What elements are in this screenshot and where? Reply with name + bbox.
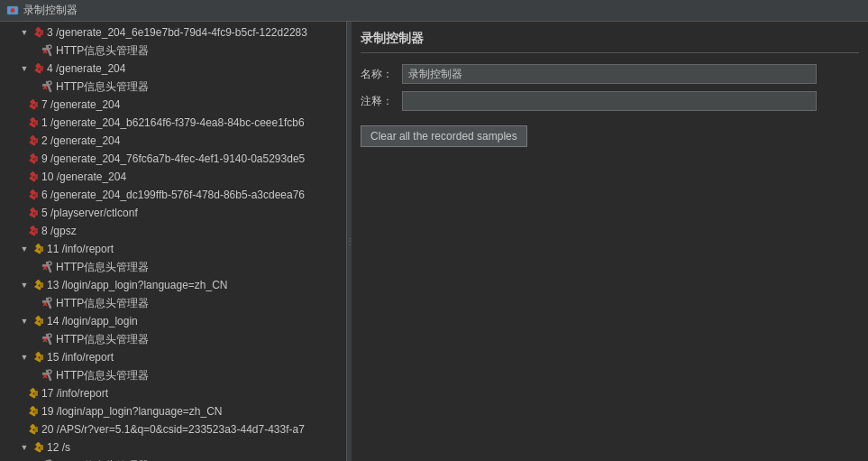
tree-item[interactable]: 20 /APS/r?ver=5.1&q=0&csid=233523a3-44d7… — [0, 420, 346, 438]
tree-item-label: 20 /APS/r?ver=5.1&q=0&csid=233523a3-44d7… — [41, 423, 305, 436]
tree-item[interactable]: 6 /generate_204_dc199ffb-576f-478d-86b5-… — [0, 186, 346, 204]
tree-item[interactable]: ▼ 15 /info/report — [0, 348, 346, 366]
wrench-cross-icon — [41, 333, 54, 346]
tree-item[interactable]: ▼ 14 /login/app_login — [0, 312, 346, 330]
tree-item-label: HTTP信息头管理器 — [56, 296, 149, 311]
expand-arrow-icon[interactable]: ▼ — [18, 315, 31, 327]
wrench-cross-icon — [41, 297, 54, 309]
wrench-icon — [27, 134, 40, 147]
tree-item[interactable]: ▼ 4 /generate_204 — [0, 60, 346, 78]
svg-rect-14 — [34, 102, 38, 107]
tree-item[interactable]: HTTP信息头管理器 — [0, 330, 346, 348]
clear-samples-button[interactable]: Clear all the recorded samples — [361, 125, 527, 147]
tree-item-label: 2 /generate_204 — [41, 134, 120, 147]
svg-rect-40 — [40, 355, 43, 360]
tree-container: ▼ 3 /generate_204_6e19e7bd-79d4-4fc9-b5c… — [0, 23, 346, 461]
tree-item-label: HTTP信息头管理器 — [56, 368, 149, 383]
svg-rect-15 — [34, 120, 38, 125]
svg-rect-8 — [40, 66, 43, 71]
left-panel[interactable]: ▼ 3 /generate_204_6e19e7bd-79d4-4fc9-b5c… — [0, 22, 347, 461]
comment-input[interactable] — [402, 91, 817, 111]
topbar-title: 录制控制器 — [23, 3, 78, 18]
tree-item-label: 8 /gpsz — [41, 225, 77, 237]
tree-item-label: HTTP信息头管理器 — [56, 260, 149, 275]
svg-rect-16 — [34, 138, 38, 143]
tree-item-label: 6 /generate_204_dc199ffb-576f-478d-86b5-… — [41, 189, 305, 201]
wrench-icon — [27, 207, 40, 219]
wrench-icon — [32, 243, 45, 255]
tree-item[interactable]: ▼ 3 /generate_204_6e19e7bd-79d4-4fc9-b5c… — [0, 23, 346, 41]
wrench-icon — [27, 152, 40, 165]
wrench-icon — [32, 441, 45, 454]
tree-item[interactable]: HTTP信息头管理器 — [0, 366, 346, 384]
svg-point-31 — [48, 298, 51, 301]
tree-item-label: 11 /info/report — [47, 243, 114, 255]
wrench-icon — [27, 116, 40, 129]
svg-rect-18 — [34, 174, 38, 180]
wrench-cross-icon — [41, 80, 54, 93]
svg-point-1 — [11, 8, 15, 13]
expand-arrow-icon[interactable]: ▼ — [18, 441, 31, 454]
tree-item-label: 19 /login/app_login?language=zh_CN — [41, 405, 223, 418]
expand-arrow-icon[interactable]: ▼ — [18, 279, 31, 291]
name-input[interactable] — [402, 64, 817, 84]
wrench-cross-icon — [41, 369, 54, 382]
expand-arrow-icon[interactable]: ▼ — [18, 26, 31, 39]
top-bar: 录制控制器 — [0, 0, 868, 22]
tree-item-label: 9 /generate_204_76fc6a7b-4fec-4ef1-9140-… — [41, 152, 305, 165]
tree-item[interactable]: ▼ 13 /login/app_login?language=zh_CN — [0, 276, 346, 294]
tree-item[interactable]: HTTP信息头管理器 — [0, 41, 346, 60]
tree-item[interactable]: ▼ 11 /info/report — [0, 240, 346, 258]
wrench-icon — [27, 405, 40, 418]
tree-item[interactable]: 7 /generate_204 — [0, 96, 346, 114]
comment-row: 注释： — [361, 91, 859, 111]
tree-item[interactable]: 9 /generate_204_76fc6a7b-4fec-4ef1-9140-… — [0, 150, 346, 168]
svg-rect-46 — [34, 391, 38, 396]
wrench-icon — [32, 315, 45, 327]
right-panel: 录制控制器 名称： 注释： Clear all the recorded sam… — [352, 22, 868, 461]
wrench-icon — [27, 98, 40, 111]
tree-item[interactable]: 8 /gpsz — [0, 222, 346, 240]
svg-rect-48 — [34, 427, 38, 432]
expand-arrow-icon[interactable]: ▼ — [18, 351, 31, 364]
tree-item[interactable]: ▼ 12 /s — [0, 438, 346, 456]
svg-rect-2 — [40, 30, 43, 35]
expand-arrow-icon[interactable]: ▼ — [18, 243, 31, 255]
wrench-icon — [27, 189, 40, 201]
tree-item-label: 17 /info/report — [41, 387, 108, 400]
wrench-icon — [27, 387, 40, 400]
record-icon — [5, 4, 20, 18]
tree-item-label: 1 /generate_204_b62164f6-f379-4ea8-84bc-… — [41, 116, 305, 129]
svg-point-43 — [48, 370, 51, 373]
tree-item[interactable]: 10 /generate_204 — [0, 168, 346, 186]
wrench-icon — [32, 279, 45, 291]
svg-rect-49 — [40, 445, 43, 450]
tree-item[interactable]: 19 /login/app_login?language=zh_CN — [0, 402, 346, 420]
tree-item-label: 7 /generate_204 — [41, 98, 120, 111]
tree-item[interactable]: HTTP信息头管理器 — [0, 456, 346, 461]
tree-item[interactable]: 17 /info/report — [0, 384, 346, 402]
name-label: 名称： — [361, 67, 397, 82]
wrench-cross-icon — [41, 44, 54, 57]
wrench-icon — [27, 423, 40, 436]
tree-item[interactable]: 2 /generate_204 — [0, 132, 346, 150]
tree-item[interactable]: 5 /playserver/ctlconf — [0, 204, 346, 222]
tree-item[interactable]: HTTP信息头管理器 — [0, 258, 346, 276]
tree-item[interactable]: HTTP信息头管理器 — [0, 78, 346, 96]
svg-rect-20 — [34, 210, 38, 216]
svg-rect-34 — [40, 318, 43, 324]
tree-item-label: HTTP信息头管理器 — [56, 458, 149, 462]
panel-title: 录制控制器 — [361, 31, 859, 53]
tree-item-label: 10 /generate_204 — [41, 171, 126, 183]
comment-label: 注释： — [361, 94, 397, 109]
tree-item-label: 14 /login/app_login — [47, 315, 138, 327]
clear-button-container: Clear all the recorded samples — [361, 118, 859, 147]
tree-item[interactable]: HTTP信息头管理器 — [0, 294, 346, 312]
tree-item-label: 3 /generate_204_6e19e7bd-79d4-4fc9-b5cf-… — [47, 26, 307, 39]
tree-item[interactable]: 1 /generate_204_b62164f6-f379-4ea8-84bc-… — [0, 114, 346, 132]
tree-item-label: 12 /s — [47, 441, 70, 454]
expand-arrow-icon[interactable]: ▼ — [18, 62, 31, 75]
wrench-icon — [32, 62, 45, 75]
svg-point-25 — [48, 262, 51, 265]
svg-rect-47 — [34, 409, 38, 414]
